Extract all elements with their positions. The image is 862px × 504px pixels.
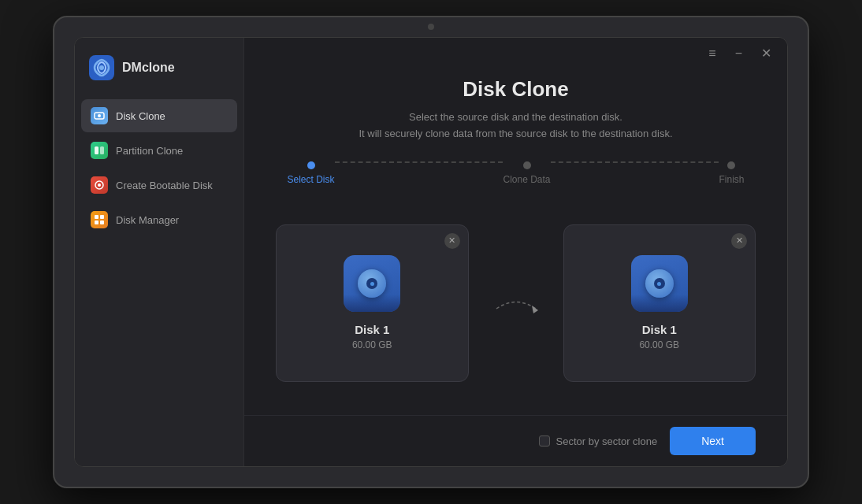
- logo-area: DMclone: [75, 38, 243, 96]
- svg-point-1: [99, 65, 104, 70]
- close-button[interactable]: ✕: [758, 46, 775, 61]
- dest-disk-size: 60.00 GB: [639, 339, 679, 350]
- footer: Sector by sector clone Next: [244, 415, 787, 466]
- minimize-button[interactable]: −: [732, 46, 745, 61]
- step-dot-select: [307, 161, 315, 169]
- step-line-1: [335, 161, 503, 177]
- laptop-frame: DMclone Disk Clone: [53, 16, 809, 488]
- disk-clone-label: Disk Clone: [116, 110, 165, 122]
- partition-clone-label: Partition Clone: [116, 145, 183, 157]
- bootable-nav-icon: [91, 176, 108, 194]
- app-window: DMclone Disk Clone: [74, 37, 788, 467]
- source-disk-card[interactable]: ✕ Disk 1 60.00 GB: [276, 224, 469, 382]
- source-disk-size: 60.00 GB: [352, 339, 392, 350]
- subtitle-line1: Select the source disk and the destinati…: [359, 109, 672, 126]
- svg-marker-12: [532, 306, 538, 313]
- dest-disk-name: Disk 1: [642, 323, 677, 336]
- step-label-clone: Clone Data: [503, 174, 550, 185]
- source-disk-name: Disk 1: [355, 323, 389, 336]
- svg-rect-4: [95, 146, 98, 154]
- page-title: Disk Clone: [463, 77, 568, 102]
- svg-point-3: [98, 114, 101, 117]
- sidebar-item-partition-clone[interactable]: Partition Clone: [81, 134, 237, 167]
- title-bar: ≡ − ✕: [244, 38, 787, 69]
- step-finish: Finish: [719, 161, 744, 185]
- step-dot-finish: [727, 161, 735, 169]
- dest-card-close[interactable]: ✕: [731, 233, 747, 249]
- transfer-arrow-icon: [492, 291, 540, 315]
- sidebar-item-disk-clone[interactable]: Disk Clone: [81, 99, 237, 132]
- sidebar-item-disk-manager[interactable]: Disk Manager: [81, 203, 237, 236]
- steps-progress: Select Disk Clone Data Finish: [288, 161, 745, 185]
- source-disk-icon: [344, 255, 400, 312]
- content-area: Disk Clone Select the source disk and th…: [244, 69, 787, 415]
- svg-rect-11: [100, 220, 104, 224]
- step-label-finish: Finish: [719, 174, 744, 185]
- disks-area: ✕ Disk 1 60.00 GB: [276, 207, 756, 399]
- dest-disk-icon: [631, 255, 688, 312]
- source-card-close[interactable]: ✕: [444, 233, 460, 249]
- partition-clone-nav-icon: [91, 142, 108, 159]
- sector-clone-option[interactable]: Sector by sector clone: [539, 435, 658, 447]
- step-clone-data: Clone Data: [503, 161, 550, 185]
- sector-clone-text: Sector by sector clone: [556, 435, 658, 447]
- sector-clone-checkbox[interactable]: [539, 435, 550, 447]
- disk-manager-label: Disk Manager: [116, 214, 179, 226]
- arrow-connector: [492, 291, 540, 315]
- menu-button[interactable]: ≡: [705, 46, 719, 61]
- app-name: DMclone: [122, 61, 175, 75]
- subtitle-line2: It will securely clone data from the sou…: [359, 126, 672, 143]
- sidebar: DMclone Disk Clone: [75, 38, 244, 466]
- step-label-select: Select Disk: [288, 174, 335, 185]
- step-line-2: [551, 161, 719, 177]
- step-dot-clone: [523, 161, 531, 169]
- svg-rect-8: [95, 215, 98, 219]
- sidebar-item-create-bootable[interactable]: Create Bootable Disk: [81, 169, 237, 202]
- next-button[interactable]: Next: [670, 427, 756, 455]
- step-select-disk: Select Disk: [288, 161, 335, 185]
- app-logo-icon: [89, 55, 114, 80]
- create-bootable-label: Create Bootable Disk: [116, 180, 213, 191]
- subtitle: Select the source disk and the destinati…: [359, 109, 672, 143]
- manager-nav-icon: [91, 211, 108, 228]
- disk-clone-nav-icon: [91, 107, 108, 124]
- sidebar-nav: Disk Clone Partition Clone: [75, 96, 243, 239]
- main-content: ≡ − ✕ Disk Clone Select the source disk …: [244, 38, 787, 466]
- svg-rect-9: [100, 215, 104, 219]
- svg-rect-5: [100, 146, 104, 154]
- svg-point-7: [98, 183, 101, 187]
- dest-disk-card[interactable]: ✕ Disk 1 60.00 GB: [563, 224, 756, 382]
- svg-rect-10: [95, 220, 98, 224]
